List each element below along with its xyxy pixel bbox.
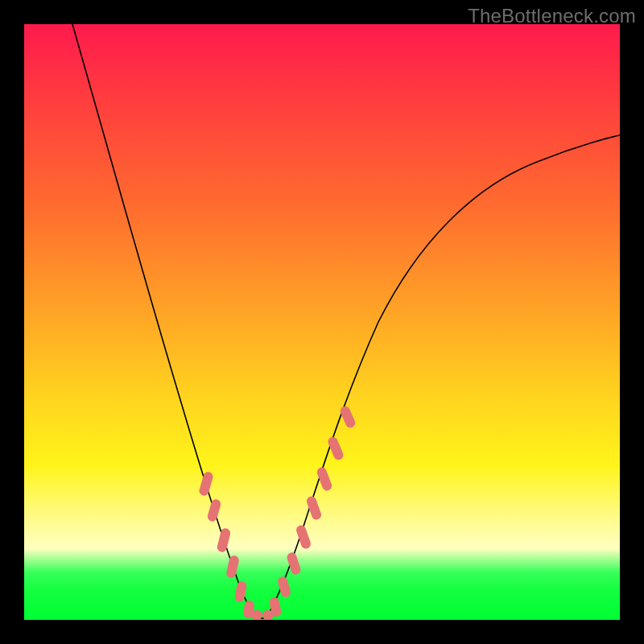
curve-right xyxy=(266,135,620,618)
marker-dot xyxy=(198,471,214,497)
marker-dot xyxy=(225,555,240,579)
marker-dot xyxy=(286,551,302,576)
marker-group xyxy=(198,405,357,620)
marker-dot xyxy=(206,498,221,522)
marker-dot xyxy=(217,527,232,553)
chart-svg xyxy=(24,24,620,620)
marker-dot xyxy=(251,610,262,620)
marker-dot xyxy=(316,466,333,492)
chart-frame: TheBottleneck.com xyxy=(0,0,644,644)
plot-area xyxy=(24,24,620,620)
marker-dot xyxy=(305,495,323,521)
marker-dot xyxy=(339,405,357,429)
curve-left xyxy=(72,24,258,618)
watermark-text: TheBottleneck.com xyxy=(468,5,636,27)
marker-dot xyxy=(277,576,292,598)
